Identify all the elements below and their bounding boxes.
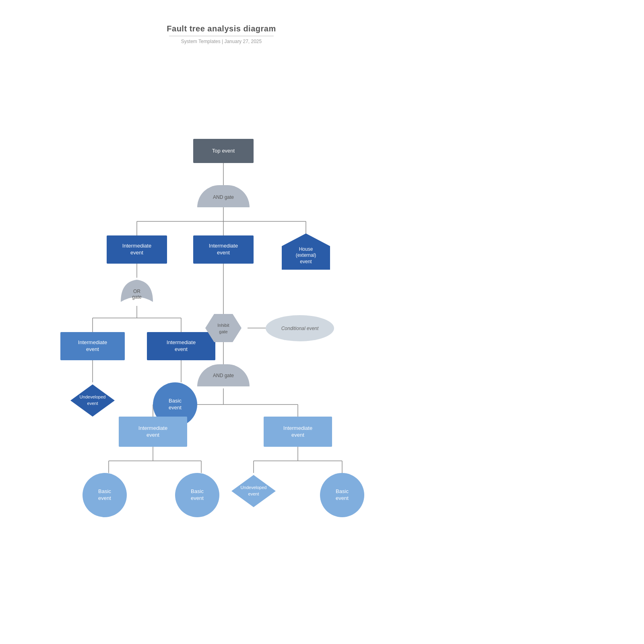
svg-text:event: event [248,491,259,496]
undeveloped-1-node[interactable]: Undeveloped event [68,382,117,419]
page-title: Fault tree analysis diagram [0,24,443,33]
conditional-event-node[interactable]: Conditional event [266,315,334,341]
and-gate-1-node[interactable]: AND gate [197,185,250,207]
or-gate-node[interactable]: OR gate [117,278,157,306]
svg-text:event: event [87,401,98,406]
basic-event-2-node[interactable]: Basic event [83,473,127,517]
int-event-3-node[interactable]: Intermediate event [60,332,125,360]
svg-text:gate: gate [219,329,227,334]
svg-marker-36 [231,475,276,507]
basic-event-3-node[interactable]: Basic event [175,473,219,517]
diagram: Top event AND gate Intermediate event In… [0,60,443,644]
page-header: Fault tree analysis diagram System Templ… [0,0,443,44]
inhibit-gate-node[interactable]: Inhibit gate [205,314,242,342]
svg-text:Undeveloped: Undeveloped [241,485,267,490]
svg-text:gate: gate [132,294,142,300]
and-gate-2-node[interactable]: AND gate [197,364,250,386]
page-subtitle: System Templates | January 27, 2025 [0,39,443,44]
house-event-node[interactable]: House (external) event [282,233,330,270]
basic-event-4-node[interactable]: Basic event [320,473,364,517]
svg-marker-33 [70,384,115,417]
top-event-node[interactable]: Top event [193,139,254,163]
svg-text:Undeveloped: Undeveloped [80,394,106,399]
svg-text:OR: OR [133,289,140,294]
svg-marker-30 [205,314,242,342]
header-divider [169,36,274,36]
undeveloped-2-node[interactable]: Undeveloped event [229,473,278,509]
svg-text:Inhibit: Inhibit [217,323,229,328]
int-event-1-node[interactable]: Intermediate event [107,235,167,264]
int-event-2-node[interactable]: Intermediate event [193,235,254,264]
int-event-5-node[interactable]: Intermediate event [119,417,187,447]
int-event-6-node[interactable]: Intermediate event [264,417,332,447]
